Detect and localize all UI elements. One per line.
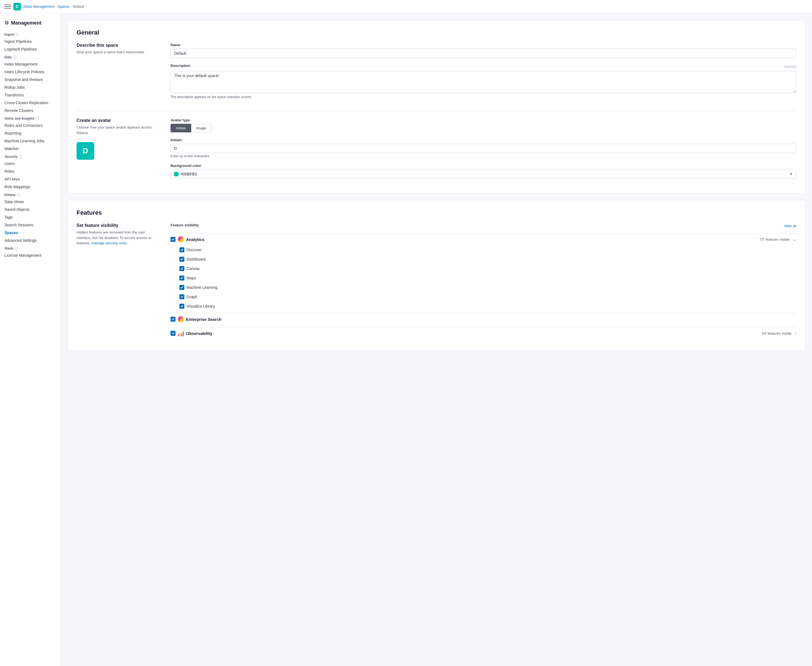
sidebar-item-reporting[interactable]: Reporting	[0, 129, 61, 137]
sidebar-item-watcher[interactable]: Watcher	[0, 145, 61, 153]
sidebar-item-search-sessions[interactable]: Search Sessions	[0, 221, 61, 229]
feature-group-analytics: Analytics 7/7 features visible ⌄ Discove…	[170, 233, 796, 311]
features-title: Features	[77, 209, 796, 216]
sidebar-item-index-lifecycle[interactable]: Index Lifecycle Policies	[0, 68, 61, 76]
color-value: #00BFB3	[181, 172, 197, 176]
observability-expand-icon[interactable]: ›	[795, 331, 796, 335]
hide-all-button[interactable]: Hide all	[784, 224, 796, 228]
features-section: Set feature visibility Hidden features a…	[77, 223, 796, 341]
observability-count: 5/5 features visible	[762, 331, 792, 335]
sidebar-item-logstash-pipelines[interactable]: Logstash Pipelines	[0, 45, 61, 53]
feature-item-machine-learning: Machine Learning	[179, 283, 796, 292]
sidebar-item-roles[interactable]: Roles	[0, 168, 61, 175]
avatar-type-initials-button[interactable]: Initials	[170, 124, 191, 132]
describe-desc: Give your space a name that's memorable.	[77, 49, 160, 55]
avatar-section: Create an avatar Choose how your space a…	[77, 118, 796, 184]
sidebar-item-rules-connectors[interactable]: Rules and Connectors	[0, 122, 61, 129]
sidebar-item-data-views[interactable]: Data Views	[0, 198, 61, 206]
canvas-label: Canvas	[186, 266, 200, 271]
feature-visibility-label: Feature visibility	[170, 223, 199, 227]
chevron-down-icon: ▼	[789, 172, 793, 176]
gear-icon: ⚙	[5, 20, 9, 26]
name-label: Name	[170, 43, 796, 47]
topbar-avatar[interactable]: D	[13, 3, 21, 10]
maps-checkbox[interactable]	[179, 275, 184, 280]
sidebar-item-snapshot-restore[interactable]: Snapshot and Restore	[0, 76, 61, 84]
stack-info-icon: i	[14, 247, 18, 251]
canvas-checkbox[interactable]	[179, 266, 184, 271]
sidebar-item-users[interactable]: Users	[0, 160, 61, 168]
feature-group-observability: Observability 5/5 features visible ›	[170, 327, 796, 339]
visualize-library-label: Visualize Library	[186, 304, 215, 308]
sidebar: ⚙ Management Ingest i Ingest Pipelines L…	[0, 13, 61, 666]
sidebar-section-stack: Stack i	[0, 244, 61, 252]
visualize-library-checkbox[interactable]	[179, 304, 184, 309]
avatar-type-image-button[interactable]: Image	[191, 124, 211, 132]
color-swatch	[174, 172, 178, 176]
observability-icon	[178, 330, 184, 336]
name-field-section: Name	[170, 43, 796, 58]
color-selector[interactable]: #00BFB3 ▼	[170, 170, 796, 179]
sidebar-item-ml-jobs[interactable]: Machine Learning Jobs	[0, 137, 61, 145]
observability-checkbox[interactable]	[170, 331, 175, 336]
breadcrumb-spaces[interactable]: Spaces	[58, 5, 69, 8]
manage-security-roles-link[interactable]: manage security roles.	[91, 241, 128, 245]
analytics-icon	[178, 236, 184, 242]
sidebar-section-kibana: Kibana i	[0, 191, 61, 198]
sidebar-section-ingest: Ingest i	[0, 30, 61, 38]
enterprise-search-checkbox[interactable]	[170, 317, 175, 321]
avatar-right: Avatar type Initials Image Initials Ente…	[170, 118, 796, 184]
sidebar-item-cross-cluster[interactable]: Cross-Cluster Replication	[0, 99, 61, 107]
sidebar-item-saved-objects[interactable]: Saved Objects	[0, 206, 61, 213]
sidebar-section-data: Data i	[0, 53, 61, 60]
sidebar-item-tags[interactable]: Tags	[0, 213, 61, 221]
sidebar-section-security: Security i	[0, 153, 61, 160]
sidebar-item-api-keys[interactable]: API keys	[0, 175, 61, 183]
observability-group-header: Observability 5/5 features visible ›	[170, 327, 796, 339]
sidebar-item-spaces[interactable]: Spaces	[0, 229, 61, 237]
breadcrumb-stack-management[interactable]: Stack Management	[23, 5, 54, 8]
sidebar-header: ⚙ Management	[0, 18, 61, 30]
analytics-checkbox[interactable]	[170, 237, 175, 242]
discover-checkbox[interactable]	[179, 247, 184, 252]
hamburger-menu[interactable]	[5, 3, 11, 10]
sidebar-item-rollup-jobs[interactable]: Rollup Jobs	[0, 84, 61, 91]
name-input[interactable]	[170, 49, 796, 58]
sidebar-item-index-management[interactable]: Index Management	[0, 60, 61, 68]
description-field-section: Description Optional This is your defaul…	[170, 64, 796, 99]
ml-checkbox[interactable]	[179, 285, 184, 290]
avatar-preview: D	[77, 142, 94, 160]
ml-label: Machine Learning	[186, 285, 217, 290]
feature-item-dashboard: Dashboard	[179, 254, 796, 264]
avatar-type-label: Avatar type	[170, 118, 796, 122]
main-content: General Describe this space Give your sp…	[61, 13, 812, 666]
dashboard-checkbox[interactable]	[179, 257, 184, 262]
sidebar-item-license-management[interactable]: License Management	[0, 252, 61, 259]
ingest-info-icon: i	[15, 33, 19, 36]
description-input[interactable]: This is your default space!	[170, 71, 796, 93]
sidebar-item-transforms[interactable]: Transforms	[0, 91, 61, 99]
breadcrumb-default: Default	[73, 5, 84, 8]
avatar-left: Create an avatar Choose how your space a…	[77, 118, 160, 184]
feature-item-maps: Maps	[179, 273, 796, 283]
sidebar-item-advanced-settings[interactable]: Advanced Settings	[0, 237, 61, 244]
description-hint: The description appears on the space sel…	[170, 95, 796, 99]
enterprise-search-label: Enterprise Search	[186, 317, 796, 321]
sidebar-item-role-mappings[interactable]: Role Mappings	[0, 183, 61, 191]
describe-title: Describe this space	[77, 43, 160, 48]
set-feature-desc: Hidden features are removed from the use…	[77, 230, 160, 246]
features-header: Feature visibility Hide all	[170, 223, 796, 229]
analytics-label: Analytics	[186, 237, 758, 242]
initials-hint: Enter up to two characters.	[170, 154, 796, 158]
initials-input[interactable]	[170, 144, 796, 153]
sidebar-item-ingest-pipelines[interactable]: Ingest Pipelines	[0, 38, 61, 45]
analytics-expand-icon[interactable]: ⌄	[793, 237, 796, 242]
feature-item-discover: Discover	[179, 245, 796, 254]
sidebar-item-remote-clusters[interactable]: Remote Clusters	[0, 107, 61, 114]
initials-label: Initials	[170, 138, 796, 142]
general-card: General Describe this space Give your sp…	[68, 20, 805, 193]
bg-color-label: Background color	[170, 163, 796, 168]
analytics-count: 7/7 features visible	[760, 237, 790, 242]
graph-checkbox[interactable]	[179, 294, 184, 299]
graph-label: Graph	[186, 295, 197, 299]
